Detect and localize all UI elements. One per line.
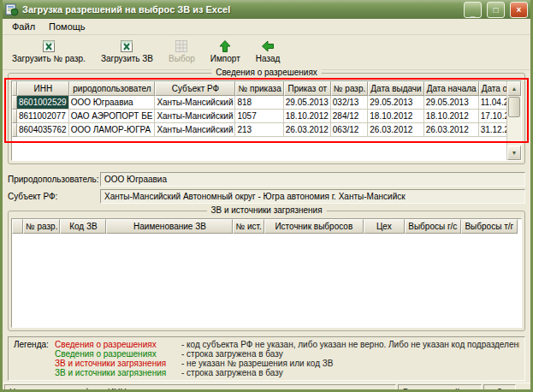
column-header[interactable]: Наименование ЗВ [106,219,233,234]
subject-rf-field[interactable]: Ханты-Мансийский Автономный округ - Югра… [100,189,525,204]
column-header[interactable]: Приказ от [284,81,331,96]
scroll-up-button[interactable]: ▲ [507,81,521,96]
column-header[interactable]: Источник выбросов [264,219,364,234]
grid-cell[interactable]: ООО ЛАМОР-ЮГРА [69,123,156,137]
grid-cell[interactable]: 818 [235,96,283,110]
column-header[interactable]: № разр. [331,81,368,96]
maximize-button[interactable]: □ [487,2,505,18]
nature-user-label: Природопользователь: [8,175,100,184]
grid-cell[interactable]: Ханты-Мансийский [155,96,235,110]
toolbar-button-label: Загрузить ЗВ [101,54,153,63]
grid-row[interactable]: 8611002077ОАО АЭРОПОРТ БЕХанты-Мансийски… [12,110,506,123]
status-column-label: Наименование графы: [9,388,99,392]
resize-grip[interactable] [518,384,529,392]
back-button[interactable]: Назад [250,37,287,66]
load-permit-numbers-button[interactable]: Загрузить № разр. [6,37,92,66]
app-window: Загрузка разрешений на выброс ЗВ из Exce… [0,0,533,392]
grid-cell[interactable]: 26.03.2012 [284,123,331,137]
column-header[interactable]: Субъект РФ [155,81,235,96]
load-pollutants-button[interactable]: Загрузить ЗВ [95,37,159,66]
column-header[interactable]: Выбросы т/г [461,219,518,234]
legend-items: Сведения о разрешениях- код субъекта РФ … [55,340,519,377]
legend-desc: - не указан № разрешения или код ЗВ [181,359,519,368]
menubar: Файл Помощь [3,19,530,35]
grid-cell[interactable]: 26.03.2012 [424,123,479,137]
subject-rf-label: Субъект РФ: [8,192,100,201]
column-header[interactable]: № ист. [233,219,264,234]
column-header[interactable]: Дата выдачи [368,81,423,96]
toolbar-button-label: Импорт [210,54,240,63]
grid-cell[interactable]: ООО Юграавиа [69,96,156,110]
grid-cell[interactable]: 11.04.2018 [479,96,506,110]
grid-cell[interactable]: 29.05.2013 [368,96,423,110]
nature-user-field[interactable]: ООО Юграавиа [100,172,525,187]
zv-groupbox: ЗВ и источники загрязнения № разр.Код ЗВ… [8,211,525,331]
select-button[interactable]: Выбор [163,37,201,66]
grid-cell[interactable]: 29.05.2013 [284,96,331,110]
grid-cell[interactable]: 8611002077 [17,110,69,123]
grid-cell[interactable]: 213 [235,123,283,137]
column-header[interactable]: риродопользовател [69,81,156,96]
legend-row: ЗВ и источники загрязнения- не указан № … [55,359,519,368]
grid-cell[interactable]: 1057 [235,110,283,123]
menu-help[interactable]: Помощь [43,21,92,33]
statusbar: Наименование графы: ИНН Всего записей: 3 [3,383,530,392]
menu-file[interactable]: Файл [6,21,41,33]
legend-row: Сведения о разрешениях- код субъекта РФ … [55,340,519,349]
legend-desc: - строка загружена в базу [181,368,519,377]
scroll-down-button[interactable]: ▼ [507,146,521,160]
legend-desc: - код субъекта РФ не указан, либо указан… [181,340,519,349]
legend-label: Сведения о разрешениях [55,340,181,349]
grid-cell[interactable]: 284/12 [331,110,368,123]
back-left-arrow-icon [261,39,275,53]
column-header[interactable]: Дата начала [424,81,479,96]
titlebar[interactable]: Загрузка разрешений на выброс ЗВ из Exce… [3,0,530,19]
column-header[interactable]: ИНН [17,81,69,96]
grid-cell[interactable]: ОАО АЭРОПОРТ БЕ [69,110,156,123]
grid-cell[interactable]: 18.10.2012 [368,110,423,123]
grid-cell[interactable]: 26.03.2012 [368,123,423,137]
legend-label: Сведения о разрешениях [55,349,181,359]
column-header[interactable]: Дата окончания [479,81,506,96]
detail-fields: Природопользователь: ООО Юграавиа Субъек… [8,169,525,206]
grid-cell[interactable]: 032/13 [331,96,368,110]
legend-label: ЗВ и источники загрязнения [55,359,181,368]
toolbar: Загрузить № разр. Загрузить ЗВ Выбор [3,35,530,70]
minimize-button[interactable]: _ [464,2,482,18]
grid-cell[interactable]: Ханты-Мансийский [155,110,235,123]
close-button[interactable]: × [510,2,528,18]
grid-cell[interactable]: 18.10.2012 [424,110,479,123]
status-column-value: ИНН [108,388,127,392]
column-header[interactable]: Выбросы г/с [405,219,461,234]
selected-grid-cell[interactable]: 8601002529 [17,96,69,110]
grid-row[interactable]: 8604035762ООО ЛАМОР-ЮГРАХанты-Мансийский… [12,123,506,137]
column-header[interactable]: Цех [364,219,405,234]
grid-cell[interactable]: 29.05.2013 [424,96,479,110]
scrollbar-track[interactable] [507,96,521,146]
grid-cell[interactable]: 063/12 [331,123,368,137]
column-header[interactable]: Код ЗВ [60,219,106,234]
permits-grid: ИННриродопользователСубъект РФ№ приказаП… [11,80,522,161]
legend-title: Легенда: [14,340,55,377]
column-header[interactable]: № разр. [23,219,60,234]
grid-cell[interactable]: Ханты-Мансийский [155,123,235,137]
grid-cell[interactable]: 18.10.2012 [284,110,331,123]
status-total-label-panel: Всего записей: [398,384,482,392]
legend-row: Сведения о разрешениях- строка загружена… [55,349,519,359]
import-button[interactable]: Импорт [204,37,246,66]
toolbar-button-label: Выбор [169,54,195,63]
grid-row[interactable]: 8601002529ООО ЮграавиаХанты-Мансийский81… [12,96,506,110]
grid-cell[interactable]: 31.12.2016 [479,123,506,137]
excel-table-icon [42,39,56,53]
grid-cell[interactable]: 17.10.2017 [479,110,506,123]
status-total-value: 3 [497,388,502,392]
vertical-scrollbar[interactable]: ▲ ▼ [506,81,521,160]
grid-cell[interactable]: 8604035762 [17,123,69,137]
legend-row: ЗВ и источники загрязнения- строка загру… [55,368,519,377]
app-icon [5,3,19,16]
permits-group-title: Сведения о разрешениях [211,68,322,77]
toolbar-button-label: Загрузить № разр. [12,54,86,63]
column-header[interactable]: № приказа [235,81,283,96]
legend-panel: Легенда: Сведения о разрешениях- код суб… [8,336,525,381]
scrollbar-thumb[interactable] [508,97,520,117]
